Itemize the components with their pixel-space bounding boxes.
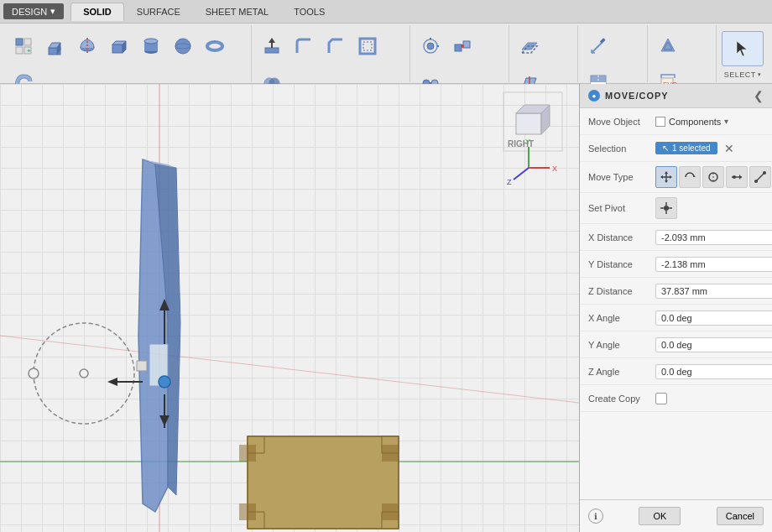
select-icon xyxy=(733,39,753,59)
selection-clear-button[interactable]: ✕ xyxy=(724,142,734,155)
offset-plane-button[interactable] xyxy=(514,29,545,64)
x-angle-input[interactable] xyxy=(655,310,772,326)
move-object-control: Components ▾ xyxy=(655,117,764,127)
tab-surface[interactable]: SURFACE xyxy=(124,3,193,21)
svg-point-103 xyxy=(763,171,766,175)
move-object-checkbox[interactable] xyxy=(655,117,665,127)
svg-point-16 xyxy=(175,39,190,54)
chamfer-button[interactable] xyxy=(321,29,351,64)
tab-sheet-metal[interactable]: SHEET METAL xyxy=(193,3,281,21)
shell-button[interactable] xyxy=(352,29,383,64)
svg-marker-70 xyxy=(382,436,399,453)
svg-text:Z: Z xyxy=(507,178,512,186)
new-component-button[interactable]: + xyxy=(8,29,39,64)
box-button[interactable] xyxy=(104,29,134,64)
sphere-button[interactable] xyxy=(168,29,198,64)
cancel-button[interactable]: Cancel xyxy=(717,507,764,525)
svg-point-102 xyxy=(754,180,758,183)
svg-text:Y: Y xyxy=(525,138,530,146)
move-object-dropdown[interactable]: ▾ xyxy=(724,117,728,126)
toolbar: DESIGN ▾ SOLID SURFACE SHEET METAL TOOLS… xyxy=(0,0,772,84)
svg-rect-31 xyxy=(463,41,470,48)
fillet-icon xyxy=(294,36,314,56)
components-label: Components xyxy=(669,117,721,127)
cylinder-button[interactable] xyxy=(136,29,166,64)
set-pivot-control xyxy=(655,197,764,219)
viewport[interactable]: RIGHT X Y Z xyxy=(0,84,579,532)
create-copy-control xyxy=(655,393,764,404)
measure-button[interactable] xyxy=(583,29,613,64)
shell-icon xyxy=(357,36,378,56)
move-along-edge-button[interactable] xyxy=(726,166,748,188)
panel-collapse-button[interactable]: ❮ xyxy=(754,89,764,102)
move-rotate2-button[interactable] xyxy=(702,166,724,188)
svg-rect-1 xyxy=(24,39,31,45)
move-type-row: Move Type xyxy=(580,162,772,193)
svg-rect-10 xyxy=(112,44,123,53)
select-label[interactable]: SELECT ▾ xyxy=(724,70,762,79)
move-type-label: Move Type xyxy=(588,172,655,182)
svg-line-55 xyxy=(0,336,579,403)
y-angle-input[interactable] xyxy=(655,337,772,352)
tab-solid[interactable]: SOLID xyxy=(70,3,124,21)
move-copy-panel: ● MOVE/COPY ❮ Move Object Components ▾ S… xyxy=(579,84,772,532)
press-pull-icon xyxy=(262,36,282,56)
create-copy-checkbox[interactable] xyxy=(655,393,667,404)
extrude-button[interactable] xyxy=(40,29,70,64)
revolve-button[interactable] xyxy=(72,29,102,64)
svg-rect-76 xyxy=(382,445,399,462)
svg-rect-74 xyxy=(239,445,256,462)
offset-plane-icon xyxy=(519,36,540,56)
move-rotate-button[interactable] xyxy=(679,166,701,188)
z-distance-row: Z Distance xyxy=(580,278,772,305)
design-label[interactable]: DESIGN ▾ xyxy=(3,3,64,19)
info-button[interactable]: ℹ xyxy=(588,509,603,524)
move-free-button[interactable] xyxy=(655,166,677,188)
svg-marker-69 xyxy=(248,436,264,453)
svg-marker-51 xyxy=(737,41,747,56)
svg-rect-78 xyxy=(503,92,562,151)
svg-rect-73 xyxy=(248,436,399,529)
panel-title: MOVE/COPY xyxy=(605,91,669,101)
main-area: RIGHT X Y Z ● MOVE/COPY ❮ Move Object xyxy=(0,84,772,532)
svg-rect-67 xyxy=(137,361,147,371)
svg-text:RIGHT: RIGHT xyxy=(508,139,534,149)
joint-button[interactable] xyxy=(415,29,446,64)
svg-point-32 xyxy=(461,44,464,48)
svg-marker-68 xyxy=(248,436,399,529)
set-pivot-button[interactable] xyxy=(655,197,677,219)
z-distance-input[interactable] xyxy=(655,284,772,299)
as-built-joint-button[interactable] xyxy=(447,29,477,64)
set-pivot-row: Set Pivot xyxy=(580,193,772,224)
panel-header: ● MOVE/COPY ❮ xyxy=(580,84,772,108)
y-distance-input[interactable] xyxy=(655,257,772,272)
x-distance-input[interactable] xyxy=(655,230,772,245)
panel-icon: ● xyxy=(588,90,600,102)
y-angle-label: Y Angle xyxy=(588,340,655,350)
z-distance-label: Z Distance xyxy=(588,286,655,296)
fillet-button[interactable] xyxy=(289,29,319,64)
y-angle-control xyxy=(655,337,772,352)
svg-rect-75 xyxy=(239,503,256,520)
insert-mesh-button[interactable] xyxy=(653,29,683,64)
tab-tools[interactable]: TOOLS xyxy=(281,3,337,21)
ok-button[interactable]: OK xyxy=(639,507,681,525)
svg-point-100 xyxy=(733,175,736,179)
modify-group: MODIFY ▾ xyxy=(252,25,410,82)
svg-text:X: X xyxy=(552,164,557,173)
toolbar-groups: + xyxy=(0,23,772,83)
selection-button[interactable]: ↖ 1 selected xyxy=(655,142,717,154)
svg-rect-0 xyxy=(16,39,23,45)
z-angle-input[interactable] xyxy=(655,364,772,379)
press-pull-button[interactable] xyxy=(257,29,287,64)
svg-marker-99 xyxy=(739,175,742,180)
select-arrow: ▾ xyxy=(758,71,762,78)
select-button[interactable] xyxy=(722,31,764,66)
move-point-button[interactable] xyxy=(749,166,771,188)
svg-marker-72 xyxy=(382,512,399,529)
torus-button[interactable] xyxy=(200,29,230,64)
svg-point-59 xyxy=(80,369,88,378)
svg-point-57 xyxy=(34,323,134,424)
svg-point-104 xyxy=(664,206,669,211)
move-type-control xyxy=(655,166,771,188)
